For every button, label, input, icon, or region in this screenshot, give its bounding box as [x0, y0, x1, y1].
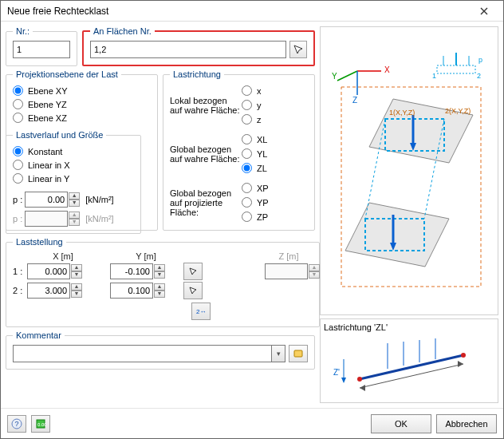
p-unit: [kN/m²]	[85, 195, 113, 204]
radio-dir-xl[interactable]: XL	[242, 132, 289, 146]
close-button[interactable]	[468, 2, 500, 20]
nr-input[interactable]	[13, 41, 70, 58]
radio-ebene-yz[interactable]: Ebene YZ	[13, 97, 151, 111]
pos-1-z: ▲▼	[265, 263, 313, 279]
right-column: X Y Z p 12	[320, 26, 498, 403]
svg-text:2(X,Y,Z): 2(X,Y,Z)	[445, 107, 471, 115]
ok-button[interactable]: OK	[371, 414, 431, 433]
svg-text:2: 2	[477, 72, 481, 80]
p-label: p :	[13, 195, 22, 204]
svg-marker-40	[458, 361, 463, 367]
chevron-down-icon[interactable]: ▾	[271, 345, 285, 362]
fieldset-position: Laststellung X [m] Y [m] Z [m] 1 : ▲▼ ▲▼…	[6, 237, 320, 327]
fieldset-comment: Kommentar ▾	[6, 330, 315, 370]
direction-g2-label: Global bezogen auf wahre Fläche:	[170, 144, 240, 164]
radio-dir-yp[interactable]: YP	[242, 196, 289, 209]
pick-surface-button[interactable]	[289, 41, 307, 58]
radio-dir-x[interactable]: x	[242, 84, 289, 97]
dialog-body: Nr.: An Flächen Nr. Projektionsebene der…	[1, 22, 503, 408]
radio-ebene-xz[interactable]: Ebene XZ	[13, 111, 151, 125]
p2-unit: [kN/m²]	[85, 214, 113, 223]
direction-legend: Lastrichtung	[170, 69, 224, 79]
row2-label: 2 :	[13, 286, 26, 295]
radio-dir-zl[interactable]: ZL	[242, 161, 289, 175]
svg-text:1(X,Y,Z): 1(X,Y,Z)	[389, 109, 415, 117]
svg-text:p: p	[478, 56, 482, 64]
svg-marker-39	[360, 385, 365, 391]
svg-text:Y: Y	[332, 72, 337, 81]
fieldset-nr: Nr.:	[6, 26, 77, 66]
comment-combo[interactable]: ▾	[13, 345, 285, 362]
comment-legend: Kommentar	[13, 330, 65, 340]
help-button[interactable]: ?	[7, 415, 26, 433]
projection-legend: Projektionsebene der Last	[13, 69, 121, 79]
svg-text:2↔1: 2↔1	[196, 308, 207, 315]
up-icon: ▲	[69, 212, 80, 219]
titlebar: Neue freie Rechtecklast	[1, 1, 503, 22]
direction-g3-label: Global bezogen auf projizierte Fläche:	[170, 188, 240, 217]
surfaces-legend: An Flächen Nr.	[90, 26, 155, 36]
p2-label: p :	[13, 214, 22, 223]
radio-linear-x[interactable]: Linear in X	[13, 158, 134, 172]
svg-marker-16	[345, 203, 449, 267]
radio-dir-yl[interactable]: YL	[242, 147, 289, 160]
svg-rect-8	[437, 65, 475, 73]
direction-preview: Lastrichtung 'ZL' Z'	[320, 318, 498, 403]
radio-dir-xp[interactable]: XP	[242, 181, 289, 195]
surfaces-input[interactable]	[90, 41, 286, 58]
p2-spinner: ▲▼	[25, 211, 80, 227]
down-icon[interactable]: ▼	[69, 200, 80, 207]
pos-2-y[interactable]: ▲▼	[110, 283, 182, 299]
direction-preview-caption: Lastrichtung 'ZL'	[324, 322, 494, 332]
fieldset-distribution: Lastverlauf und Größe Konstant Linear in…	[6, 130, 141, 234]
svg-text:Z': Z'	[333, 368, 340, 377]
svg-text:1: 1	[432, 72, 436, 80]
svg-text:0.00: 0.00	[37, 422, 46, 427]
dialog: Neue freie Rechtecklast Nr.: An Flächen …	[0, 0, 504, 439]
radio-ebene-xy[interactable]: Ebene XY	[13, 84, 151, 97]
up-icon[interactable]: ▲	[69, 192, 80, 200]
svg-text:X: X	[384, 65, 390, 74]
svg-rect-1	[294, 350, 302, 357]
pick-point-2-button[interactable]	[183, 282, 203, 299]
radio-dir-z[interactable]: z	[242, 113, 289, 126]
left-column: Nr.: An Flächen Nr. Projektionsebene der…	[6, 26, 315, 403]
fieldset-surfaces: An Flächen Nr.	[82, 26, 315, 66]
svg-line-4	[337, 71, 357, 81]
position-legend: Laststellung	[13, 237, 66, 247]
p-spinner[interactable]: ▲▼	[25, 192, 80, 208]
swap-points-button[interactable]: 2↔1	[191, 303, 211, 320]
radio-dir-y[interactable]: y	[242, 98, 289, 112]
nr-legend: Nr.:	[13, 26, 33, 36]
radio-dir-zp[interactable]: ZP	[242, 210, 289, 223]
svg-text:Z: Z	[352, 96, 357, 105]
units-button[interactable]: 0.00	[31, 415, 50, 433]
svg-marker-30	[341, 378, 346, 383]
pos-1-x[interactable]: ▲▼	[27, 263, 99, 279]
svg-point-33	[461, 353, 466, 358]
radio-konstant[interactable]: Konstant	[13, 144, 134, 158]
direction-g1-label: Lokal bezogen auf wahre Fläche:	[170, 96, 240, 115]
row1-label: 1 :	[13, 267, 26, 276]
down-icon: ▼	[69, 219, 80, 226]
svg-text:?: ?	[15, 420, 19, 428]
fieldset-direction: Lastrichtung Lokal bezogen auf wahre Flä…	[163, 69, 315, 231]
pos-1-y[interactable]: ▲▼	[110, 263, 182, 279]
cancel-button[interactable]: Abbrechen	[436, 414, 497, 433]
distribution-legend: Lastverlauf und Größe	[13, 130, 106, 140]
window-title: Neue freie Rechtecklast	[7, 6, 468, 17]
radio-linear-y[interactable]: Linear in Y	[13, 172, 134, 185]
preview-3d: X Y Z p 12	[320, 26, 498, 315]
dialog-footer: ? 0.00 OK Abbrechen	[1, 408, 503, 438]
comment-library-button[interactable]	[289, 345, 308, 362]
svg-point-32	[357, 377, 362, 382]
pos-2-x[interactable]: ▲▼	[27, 283, 99, 299]
pick-point-1-button[interactable]	[183, 263, 203, 280]
